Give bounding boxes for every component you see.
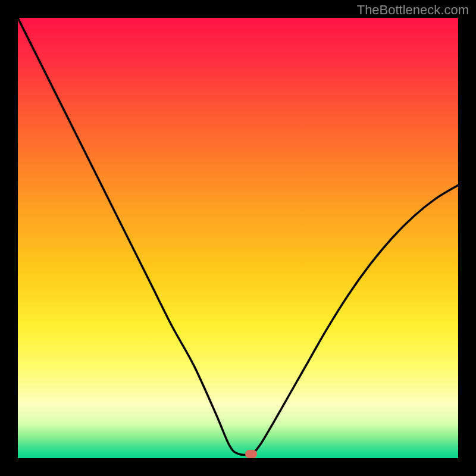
curve-svg xyxy=(18,18,458,458)
bottleneck-curve xyxy=(18,18,458,455)
plot-area xyxy=(18,18,458,458)
optimal-point-marker xyxy=(245,450,257,458)
watermark-text: TheBottleneck.com xyxy=(357,2,469,18)
chart-container: TheBottleneck.com xyxy=(0,0,476,476)
